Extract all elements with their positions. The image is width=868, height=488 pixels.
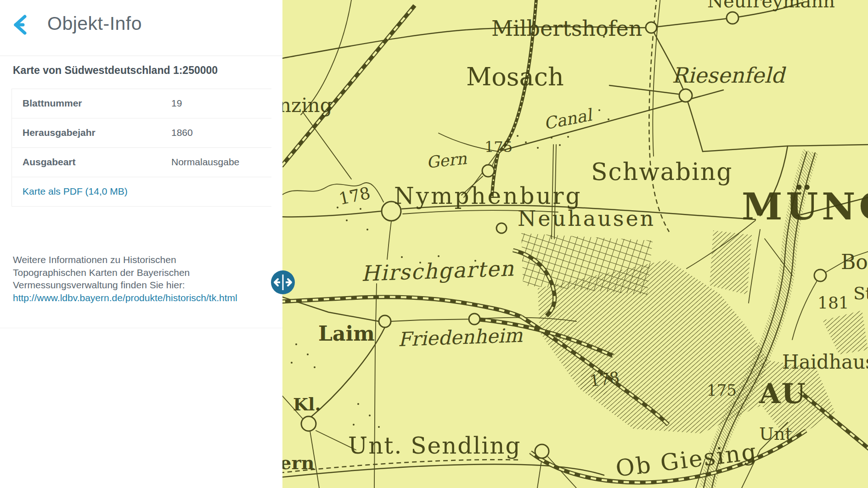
- label-nymphenburg: Nymphenburg: [394, 183, 582, 209]
- table-row: Blattnummer 19: [12, 89, 271, 118]
- label-laim: Laim: [318, 322, 375, 345]
- label-neufreymann: Neufreymann: [707, 0, 835, 11]
- resize-horizontal-icon: [271, 270, 295, 294]
- row-value: 1860: [171, 127, 193, 138]
- historical-map-canvas[interactable]: Neufreymann Milbertshofen Mosach Riesenf…: [282, 0, 868, 488]
- row-label: Herausgabejahr: [23, 127, 96, 138]
- page-title: Objekt-Info: [47, 13, 142, 34]
- object-info-table: Blattnummer 19 Herausgabejahr 1860 Ausga…: [11, 89, 271, 207]
- info-paragraph: Weitere Informationen zu Historischen To…: [13, 253, 245, 304]
- panel-header: Objekt-Info: [0, 0, 282, 56]
- label-elevation-175-city: 175: [707, 381, 737, 399]
- table-row: Karte als PDF (14,0 MB): [12, 177, 271, 207]
- label-kl: Kl.: [293, 394, 321, 415]
- table-row: Herausgabejahr 1860: [12, 118, 271, 148]
- label-au: AU: [759, 377, 806, 409]
- label-unt-fragment: Unt: [759, 424, 792, 444]
- object-heading: Karte von Südwestdeutschland 1:250000: [13, 64, 218, 77]
- row-label: Blattnummer: [23, 98, 82, 109]
- label-elevation-175-north: 175: [485, 138, 513, 156]
- panel-resize-handle[interactable]: [271, 270, 295, 294]
- label-bo-fragment: Bo: [841, 250, 868, 274]
- row-value: Normalausgabe: [171, 157, 239, 168]
- info-text: Weitere Informationen zu Historischen To…: [13, 254, 190, 290]
- label-mosach: Mosach: [466, 62, 564, 91]
- object-info-panel: Objekt-Info Karte von Südwestdeutschland…: [0, 0, 282, 488]
- historical-map-svg: Neufreymann Milbertshofen Mosach Riesenf…: [282, 0, 868, 488]
- label-friedenheim: Friedenheim: [398, 324, 523, 351]
- info-url-link[interactable]: http://www.ldbv.bayern.de/produkte/histo…: [13, 292, 237, 303]
- map-viewer-app: Objekt-Info Karte von Südwestdeutschland…: [0, 0, 868, 488]
- table-row: Ausgabeart Normalausgabe: [12, 148, 271, 177]
- row-value: 19: [171, 98, 182, 109]
- panel-divider: [0, 328, 282, 328]
- label-ern-fragment: ern: [282, 452, 315, 473]
- label-haidhausen: Haidhausen: [782, 351, 868, 373]
- arrow-left-icon: [11, 13, 35, 37]
- label-elevation-181: 181: [817, 293, 849, 312]
- label-muenchen: MÜNC: [742, 185, 868, 228]
- label-schwabing: Schwabing: [591, 158, 733, 185]
- label-neuhausen: Neuhausen: [518, 206, 655, 231]
- label-nzing-fragment: nzing: [282, 94, 333, 117]
- label-unt-sendling: Unt. Sendling: [348, 432, 521, 459]
- label-st-fragment: St: [853, 283, 868, 303]
- label-milbertshofen: Milbertshofen: [491, 16, 642, 41]
- pdf-download-link[interactable]: Karte als PDF (14,0 MB): [23, 186, 128, 197]
- back-button[interactable]: [11, 13, 35, 37]
- row-label: Ausgabeart: [23, 157, 76, 168]
- label-riesenfeld: Riesenfeld: [672, 63, 786, 88]
